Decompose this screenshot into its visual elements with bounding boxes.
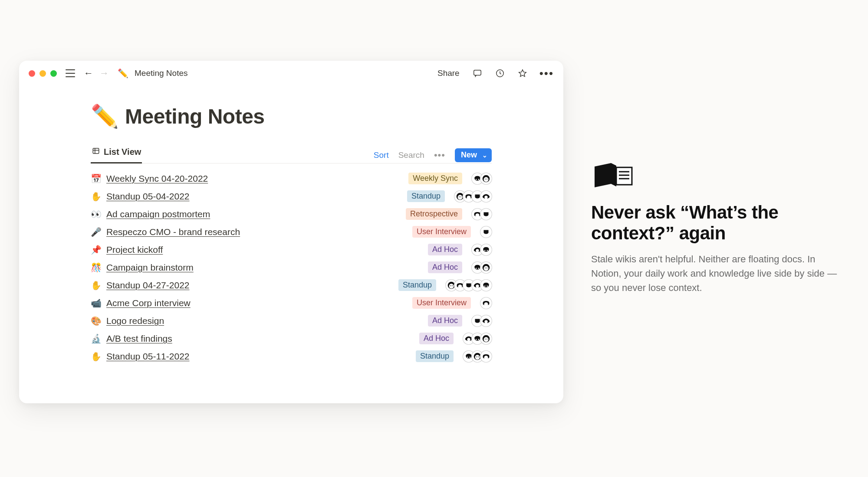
svg-point-64 xyxy=(476,321,477,322)
row-title[interactable]: Standup 05-04-2022 xyxy=(106,191,190,202)
more-menu-icon[interactable]: ••• xyxy=(539,67,554,80)
avatar xyxy=(480,226,492,238)
page-emoji[interactable]: ✏️ xyxy=(91,103,119,130)
row-avatars xyxy=(472,315,492,327)
list-item[interactable]: ✋Standup 05-11-2022Standup xyxy=(91,347,492,365)
row-title[interactable]: Acme Corp interview xyxy=(106,298,191,308)
row-title[interactable]: Campaign brainstorm xyxy=(106,262,194,273)
svg-point-60 xyxy=(487,285,488,287)
svg-point-40 xyxy=(478,268,479,269)
svg-point-21 xyxy=(476,197,477,198)
list-item[interactable]: 📌Project kickoffAd Hoc xyxy=(91,241,492,258)
avatar xyxy=(480,297,492,309)
svg-point-59 xyxy=(484,285,486,287)
svg-point-44 xyxy=(485,268,486,268)
row-tag: User Interview xyxy=(412,297,471,309)
row-avatars xyxy=(446,280,492,291)
window-minimize-button[interactable] xyxy=(39,70,46,77)
list-item[interactable]: 🔬A/B test findingsAd Hoc xyxy=(91,330,492,347)
svg-point-48 xyxy=(449,284,454,288)
row-title[interactable]: Standup 04-27-2022 xyxy=(106,280,190,291)
svg-point-55 xyxy=(470,286,470,287)
sidebar-toggle-icon[interactable] xyxy=(66,69,75,77)
row-avatars xyxy=(472,209,492,220)
comments-icon[interactable] xyxy=(473,69,482,78)
svg-point-84 xyxy=(476,356,477,357)
search-button[interactable]: Search xyxy=(398,150,424,160)
row-title[interactable]: Respeczo CMO - brand research xyxy=(106,227,240,237)
view-more-icon[interactable]: ••• xyxy=(434,150,445,161)
row-emoji: 🎊 xyxy=(91,262,101,273)
share-button[interactable]: Share xyxy=(437,69,460,78)
svg-point-52 xyxy=(458,284,462,288)
svg-point-10 xyxy=(483,177,488,182)
history-icon[interactable] xyxy=(495,69,505,78)
svg-point-83 xyxy=(475,355,480,359)
avatar xyxy=(480,280,492,291)
svg-point-16 xyxy=(459,196,460,197)
row-tag: Retrospective xyxy=(406,208,462,220)
row-emoji: ✋ xyxy=(91,351,101,362)
svg-point-36 xyxy=(484,250,486,251)
row-title[interactable]: Logo redesign xyxy=(106,316,164,326)
row-emoji: 📌 xyxy=(91,245,101,255)
row-title[interactable]: Standup 05-11-2022 xyxy=(106,351,190,362)
row-avatars xyxy=(472,262,492,273)
row-avatars xyxy=(463,351,492,362)
window-maximize-button[interactable] xyxy=(50,70,57,77)
promo-heading: Never ask “What’s the context?” again xyxy=(591,202,847,244)
svg-point-57 xyxy=(476,284,479,288)
row-avatars xyxy=(472,173,492,184)
row-avatars xyxy=(454,191,492,202)
row-tag: Ad Hoc xyxy=(428,244,462,255)
breadcrumb-title[interactable]: Meeting Notes xyxy=(135,69,188,78)
svg-point-7 xyxy=(478,179,479,180)
svg-point-31 xyxy=(484,232,485,233)
list-item[interactable]: 🎊Campaign brainstormAd Hoc xyxy=(91,258,492,276)
list-item[interactable]: 📅Weekly Sync 04-20-2022Weekly Sync xyxy=(91,170,492,187)
svg-point-85 xyxy=(478,356,479,357)
svg-point-65 xyxy=(478,321,479,322)
list-item[interactable]: 📹Acme Corp interviewUser Interview xyxy=(91,294,492,312)
sort-button[interactable]: Sort xyxy=(374,150,389,160)
nav-back-button[interactable]: ← xyxy=(83,69,94,78)
list-item[interactable]: 🎨Logo redesignAd Hoc xyxy=(91,312,492,330)
chevron-down-icon[interactable]: ⌄ xyxy=(482,152,487,159)
row-tag: Standup xyxy=(407,190,445,202)
svg-point-17 xyxy=(460,196,461,197)
svg-point-45 xyxy=(487,268,487,268)
row-title[interactable]: A/B test findings xyxy=(106,333,172,344)
svg-point-24 xyxy=(484,196,487,199)
list-item[interactable]: ✋Standup 04-27-2022Standup xyxy=(91,276,492,294)
row-tag: Standup xyxy=(398,279,436,291)
list-item[interactable]: 👀Ad campaign postmortemRetrospective xyxy=(91,205,492,223)
app-window: ← → ✏️ Meeting Notes Share ••• ✏️ Meetin… xyxy=(19,61,563,403)
svg-point-50 xyxy=(452,285,453,286)
row-title[interactable]: Project kickoff xyxy=(106,245,163,255)
row-emoji: 🎤 xyxy=(91,227,101,237)
favorite-star-icon[interactable] xyxy=(518,69,527,78)
row-emoji: 👀 xyxy=(91,209,101,219)
page-title: ✏️ Meeting Notes xyxy=(91,103,492,130)
row-avatars xyxy=(480,226,492,238)
view-tab-list[interactable]: List View xyxy=(91,147,142,163)
svg-point-77 xyxy=(487,339,487,340)
avatar xyxy=(480,333,492,344)
database-view-bar: List View Sort Search ••• New ⌄ xyxy=(91,147,492,163)
avatar xyxy=(480,244,492,255)
window-close-button[interactable] xyxy=(29,70,35,77)
nav-forward-button[interactable]: → xyxy=(99,69,110,78)
svg-point-29 xyxy=(487,215,488,216)
avatar xyxy=(480,262,492,273)
row-title[interactable]: Weekly Sync 04-20-2022 xyxy=(106,173,208,184)
promo-illustration-icon xyxy=(591,160,635,191)
row-title[interactable]: Ad campaign postmortem xyxy=(106,209,210,219)
new-button[interactable]: New ⌄ xyxy=(455,148,492,162)
list-item[interactable]: ✋Standup 05-04-2022Standup xyxy=(91,187,492,205)
row-tag: Ad Hoc xyxy=(428,261,462,273)
page-heading[interactable]: Meeting Notes xyxy=(125,105,265,128)
svg-rect-2 xyxy=(93,148,99,154)
svg-point-39 xyxy=(476,268,477,269)
svg-point-87 xyxy=(484,356,488,359)
list-item[interactable]: 🎤Respeczo CMO - brand researchUser Inter… xyxy=(91,223,492,241)
